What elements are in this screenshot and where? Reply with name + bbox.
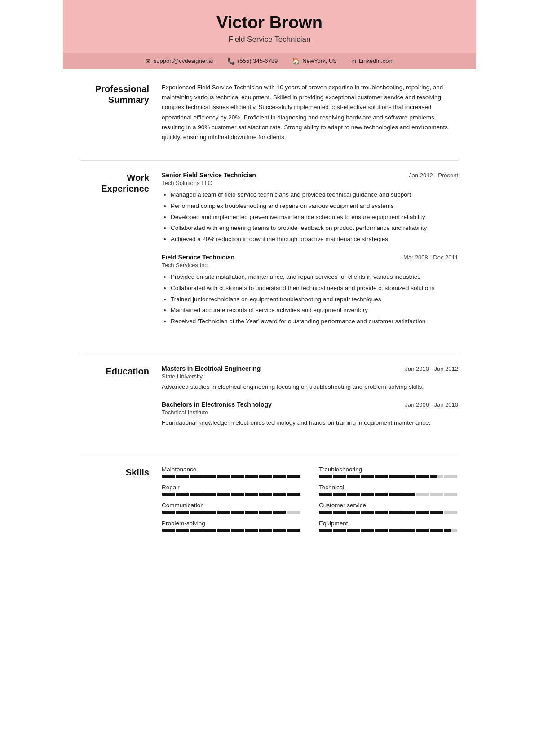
- skill-name: Maintenance: [162, 466, 301, 473]
- list-item: Provided on-site installation, maintenan…: [171, 272, 458, 282]
- skill-bar-fill: [319, 475, 437, 478]
- linkedin-icon: in: [351, 57, 356, 65]
- phone-icon: 📞: [227, 57, 235, 65]
- job-company-2: Tech Services Inc.: [162, 262, 458, 268]
- work-content: Senior Field Service Technician Jan 2012…: [162, 171, 458, 336]
- list-item: Performed complex troubleshooting and re…: [171, 201, 458, 211]
- edu-header-1: Masters in Electrical Engineering Jan 20…: [162, 365, 458, 372]
- linkedin-value: LinkedIn.com: [359, 57, 393, 64]
- list-item: Managed a team of field service technici…: [171, 190, 458, 200]
- summary-content: Experienced Field Service Technician wit…: [162, 83, 458, 143]
- skill-bar-fill: [162, 529, 301, 532]
- list-item: Received 'Technician of the Year' award …: [171, 316, 458, 326]
- skill-item: Maintenance: [162, 466, 301, 478]
- job-bullets-2: Provided on-site installation, maintenan…: [162, 272, 458, 326]
- skill-bar-bg: [319, 511, 458, 514]
- edu-school-2: Technical Institute: [162, 409, 458, 416]
- edu-date-2: Jan 2006 - Jan 2010: [405, 401, 458, 408]
- list-item: Trained junior technicians on equipment …: [171, 294, 458, 304]
- list-item: Collaborated with customers to understan…: [171, 283, 458, 293]
- summary-section: ProfessionalSummary Experienced Field Se…: [81, 83, 458, 147]
- summary-label: ProfessionalSummary: [81, 83, 162, 143]
- candidate-name: Victor Brown: [72, 13, 467, 32]
- skill-bar-bg: [319, 529, 458, 532]
- skill-item: Troubleshooting: [319, 466, 458, 478]
- skills-label: Skills: [81, 466, 162, 532]
- divider-1: [81, 160, 458, 161]
- skill-item: Problem-solving: [162, 520, 301, 532]
- job-date-2: Mar 2008 - Dec 2011: [403, 254, 458, 261]
- skill-bar-bg: [162, 475, 301, 478]
- edu-block-1: Masters in Electrical Engineering Jan 20…: [162, 365, 458, 392]
- skill-name: Technical: [319, 484, 458, 491]
- phone-contact: 📞 (555) 345-6789: [227, 57, 278, 65]
- skill-name: Repair: [162, 484, 301, 491]
- phone-value: (555) 345-6789: [238, 57, 278, 64]
- email-value: support@cvdesigner.ai: [154, 57, 213, 64]
- job-header-2: Field Service Technician Mar 2008 - Dec …: [162, 254, 458, 261]
- list-item: Collaborated with engineering teams to p…: [171, 223, 458, 233]
- email-icon: ✉: [146, 57, 151, 65]
- skill-name: Communication: [162, 502, 301, 509]
- skill-item: Communication: [162, 502, 301, 514]
- email-contact: ✉ support@cvdesigner.ai: [146, 57, 213, 65]
- job-title-2: Field Service Technician: [162, 254, 234, 261]
- job-title-1: Senior Field Service Technician: [162, 171, 256, 179]
- edu-desc-2: Foundational knowledge in electronics te…: [162, 418, 458, 428]
- list-item: Developed and implemented preventive mai…: [171, 212, 458, 222]
- edu-school-1: State University: [162, 373, 458, 380]
- skill-item: Technical: [319, 484, 458, 496]
- divider-2: [81, 354, 458, 354]
- summary-text: Experienced Field Service Technician wit…: [162, 83, 458, 143]
- work-label: WorkExperience: [81, 171, 162, 336]
- edu-date-1: Jan 2010 - Jan 2012: [405, 365, 458, 372]
- job-block-2: Field Service Technician Mar 2008 - Dec …: [162, 254, 458, 326]
- education-label: Education: [81, 365, 162, 436]
- header-section: Victor Brown Field Service Technician: [63, 0, 476, 53]
- skill-name: Problem-solving: [162, 520, 301, 527]
- education-section: Education Masters in Electrical Engineer…: [81, 365, 458, 441]
- skill-bar-fill: [319, 493, 416, 496]
- skill-bar-bg: [319, 493, 458, 496]
- edu-block-2: Bachelors in Electronics Technology Jan …: [162, 401, 458, 428]
- skill-name: Troubleshooting: [319, 466, 458, 473]
- list-item: Maintained accurate records of service a…: [171, 305, 458, 315]
- skill-bar-bg: [162, 493, 301, 496]
- job-block-1: Senior Field Service Technician Jan 2012…: [162, 171, 458, 244]
- job-company-1: Tech Solutions LLC: [162, 180, 458, 186]
- skill-name: Equipment: [319, 520, 458, 527]
- contact-bar: ✉ support@cvdesigner.ai 📞 (555) 345-6789…: [63, 53, 476, 69]
- skill-bar-fill: [162, 475, 301, 478]
- list-item: Achieved a 20% reduction in downtime thr…: [171, 234, 458, 244]
- candidate-title: Field Service Technician: [72, 35, 467, 44]
- skill-bar-bg: [162, 529, 301, 532]
- skill-name: Customer service: [319, 502, 458, 509]
- edu-header-2: Bachelors in Electronics Technology Jan …: [162, 401, 458, 408]
- skill-bar-bg: [319, 475, 458, 478]
- location-icon: 🏠: [292, 57, 300, 65]
- skill-bar-fill: [162, 511, 287, 514]
- skill-item: Repair: [162, 484, 301, 496]
- job-bullets-1: Managed a team of field service technici…: [162, 190, 458, 244]
- main-content: ProfessionalSummary Experienced Field Se…: [63, 69, 476, 567]
- education-content: Masters in Electrical Engineering Jan 20…: [162, 365, 458, 436]
- location-contact: 🏠 NewYork, US: [292, 57, 337, 65]
- skill-item: Equipment: [319, 520, 458, 532]
- edu-desc-1: Advanced studies in electrical engineeri…: [162, 382, 458, 392]
- job-header-1: Senior Field Service Technician Jan 2012…: [162, 171, 458, 179]
- skill-item: Customer service: [319, 502, 458, 514]
- edu-degree-2: Bachelors in Electronics Technology: [162, 401, 272, 408]
- skill-bar-bg: [162, 511, 301, 514]
- linkedin-contact: in LinkedIn.com: [351, 57, 393, 65]
- skills-content: MaintenanceTroubleshootingRepairTechnica…: [162, 466, 458, 532]
- skills-grid: MaintenanceTroubleshootingRepairTechnica…: [162, 466, 458, 532]
- skill-bar-fill: [162, 493, 301, 496]
- work-section: WorkExperience Senior Field Service Tech…: [81, 171, 458, 340]
- skills-section: Skills MaintenanceTroubleshootingRepairT…: [81, 466, 458, 536]
- location-value: NewYork, US: [302, 57, 337, 64]
- skill-bar-fill: [319, 511, 444, 514]
- divider-3: [81, 455, 458, 455]
- edu-degree-1: Masters in Electrical Engineering: [162, 365, 261, 372]
- job-date-1: Jan 2012 - Present: [409, 172, 458, 179]
- skill-bar-fill: [319, 529, 451, 532]
